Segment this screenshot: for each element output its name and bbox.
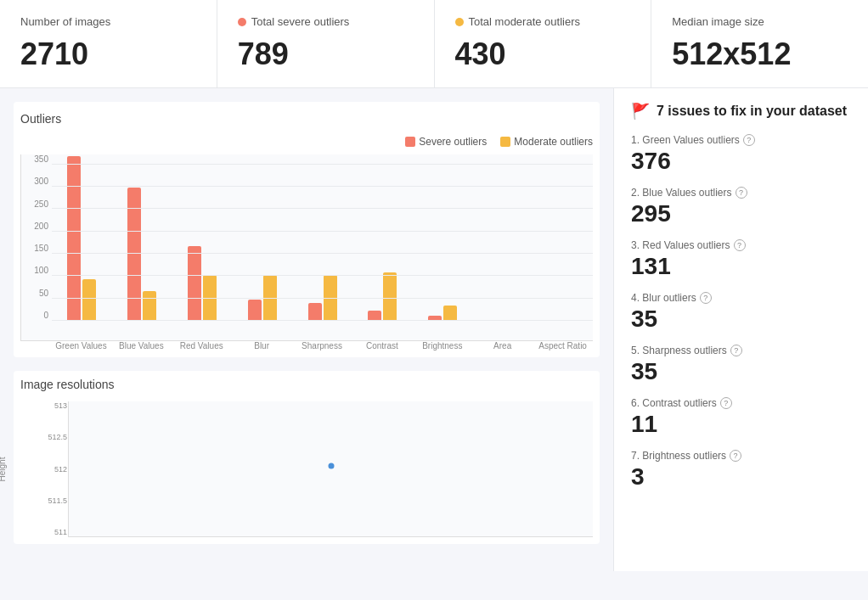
- x-label: Green Values: [51, 341, 111, 350]
- x-label: Area: [472, 341, 533, 350]
- issue-label: 3. Red Values outliers?: [631, 239, 851, 251]
- help-icon[interactable]: ?: [730, 345, 742, 356]
- issue-value: 131: [631, 253, 851, 280]
- issue-label-text: 2. Blue Values outliers: [631, 187, 732, 199]
- left-panel: Outliers Severe outliers Moderate outlie…: [0, 88, 613, 571]
- x-label: Aspect Ratio: [533, 341, 593, 350]
- stat-dot-icon: [455, 18, 464, 26]
- x-label: Blur: [232, 341, 292, 350]
- y-gridline: [52, 320, 593, 321]
- scatter-y-label: 512.5: [35, 433, 67, 441]
- y-gridline: [52, 186, 593, 187]
- help-icon[interactable]: ?: [720, 397, 732, 409]
- y-gridline: [52, 231, 593, 232]
- scatter-y-label: 512: [35, 465, 67, 474]
- issue-value: 11: [631, 411, 851, 438]
- help-icon[interactable]: ?: [700, 292, 712, 304]
- issue-item: 3. Red Values outliers?131: [631, 239, 851, 280]
- issue-value: 376: [631, 148, 851, 175]
- y-gridline: [52, 208, 593, 209]
- issue-label: 2. Blue Values outliers?: [631, 187, 851, 199]
- issue-label: 1. Green Values outliers?: [631, 134, 851, 146]
- issue-item: 1. Green Values outliers?376: [631, 134, 851, 175]
- outliers-title: Outliers: [20, 112, 593, 126]
- issue-value: 3: [631, 463, 851, 491]
- help-icon[interactable]: ?: [730, 450, 741, 462]
- issue-label-text: 1. Green Values outliers: [631, 134, 740, 146]
- severe-legend-label: Severe outliers: [419, 136, 487, 148]
- stat-value: 430: [455, 36, 631, 72]
- y-label: 50: [21, 289, 48, 298]
- x-label: Contrast: [352, 341, 412, 350]
- issue-label-text: 6. Contrast outliers: [631, 397, 717, 409]
- y-gridlines: [52, 154, 593, 320]
- x-label: Sharpness: [292, 341, 352, 350]
- issues-list: 1. Green Values outliers?3762. Blue Valu…: [631, 134, 851, 491]
- issues-title: 7 issues to fix in your dataset: [657, 104, 847, 119]
- stat-card-moderate-outliers: Total moderate outliers430: [435, 0, 652, 87]
- y-label: 300: [21, 177, 48, 186]
- stat-value: 2710: [20, 36, 196, 72]
- y-gridline: [52, 164, 593, 165]
- issue-label-text: 4. Blur outliers: [631, 292, 696, 304]
- stat-label: Median image size: [672, 15, 848, 28]
- issue-label-text: 3. Red Values outliers: [631, 239, 730, 251]
- resolutions-chart-container: Image resolutions Height 513512.5512511.…: [14, 371, 600, 544]
- issue-item: 7. Brightness outliers?3: [631, 450, 851, 491]
- y-label: 350: [21, 154, 48, 164]
- y-label: 0: [21, 311, 48, 320]
- issue-item: 2. Blue Values outliers?295: [631, 187, 851, 227]
- stat-card-num-images: Number of images2710: [0, 0, 217, 87]
- y-label: 100: [21, 266, 48, 275]
- stat-card-severe-outliers: Total severe outliers789: [217, 0, 435, 87]
- flag-icon: 🚩: [631, 102, 650, 121]
- y-label: 250: [21, 199, 48, 209]
- stat-label: Number of images: [20, 15, 196, 28]
- help-icon[interactable]: ?: [736, 187, 747, 199]
- y-label: 200: [21, 221, 48, 231]
- outliers-chart-container: Outliers Severe outliers Moderate outlie…: [14, 102, 600, 357]
- y-gridline: [52, 275, 593, 276]
- moderate-legend-dot: [500, 137, 510, 147]
- help-icon[interactable]: ?: [743, 134, 755, 146]
- scatter-container: 513512.5512511.5511: [68, 401, 593, 537]
- scatter-y-labels: 513512.5512511.5511: [35, 401, 67, 536]
- x-label: Brightness: [412, 341, 472, 350]
- scatter-dot: [328, 463, 334, 469]
- moderate-legend-label: Moderate outliers: [514, 136, 593, 148]
- issue-label-text: 5. Sharpness outliers: [631, 345, 727, 356]
- x-label: Blue Values: [111, 341, 172, 350]
- issue-label-text: 7. Brightness outliers: [631, 450, 726, 462]
- bar-chart: 050100150200250300350: [20, 154, 593, 341]
- chart-legend: Severe outliers Moderate outliers: [20, 136, 593, 148]
- stat-value: 789: [238, 36, 414, 72]
- stat-card-median-size: Median image size512x512: [651, 0, 868, 87]
- issue-item: 5. Sharpness outliers?35: [631, 345, 851, 385]
- legend-severe: Severe outliers: [405, 136, 487, 148]
- resolutions-title: Image resolutions: [20, 378, 593, 391]
- scatter-y-label: 511: [35, 528, 67, 536]
- y-gridline: [52, 298, 593, 299]
- issue-label: 6. Contrast outliers?: [631, 397, 851, 409]
- stat-label: Total moderate outliers: [455, 15, 631, 28]
- scatter-y-label: 511.5: [35, 496, 67, 505]
- issues-header: 🚩 7 issues to fix in your dataset: [631, 102, 851, 121]
- issue-label: 7. Brightness outliers?: [631, 450, 851, 462]
- issue-item: 6. Contrast outliers?11: [631, 397, 851, 438]
- x-label: Red Values: [172, 341, 232, 350]
- y-label: 150: [21, 244, 48, 253]
- issue-value: 35: [631, 306, 851, 333]
- x-labels: Green ValuesBlue ValuesRed ValuesBlurSha…: [20, 341, 593, 350]
- issue-value: 295: [631, 200, 851, 227]
- severe-legend-dot: [405, 137, 415, 147]
- stat-label: Total severe outliers: [238, 15, 414, 28]
- right-panel: 🚩 7 issues to fix in your dataset 1. Gre…: [613, 88, 868, 571]
- issue-label: 4. Blur outliers?: [631, 292, 851, 304]
- issue-item: 4. Blur outliers?35: [631, 292, 851, 333]
- top-stats-bar: Number of images2710Total severe outlier…: [0, 0, 868, 88]
- legend-moderate: Moderate outliers: [500, 136, 593, 148]
- stat-value: 512x512: [672, 36, 848, 72]
- y-axis-labels: 050100150200250300350: [21, 154, 48, 340]
- help-icon[interactable]: ?: [734, 239, 746, 251]
- issue-value: 35: [631, 358, 851, 385]
